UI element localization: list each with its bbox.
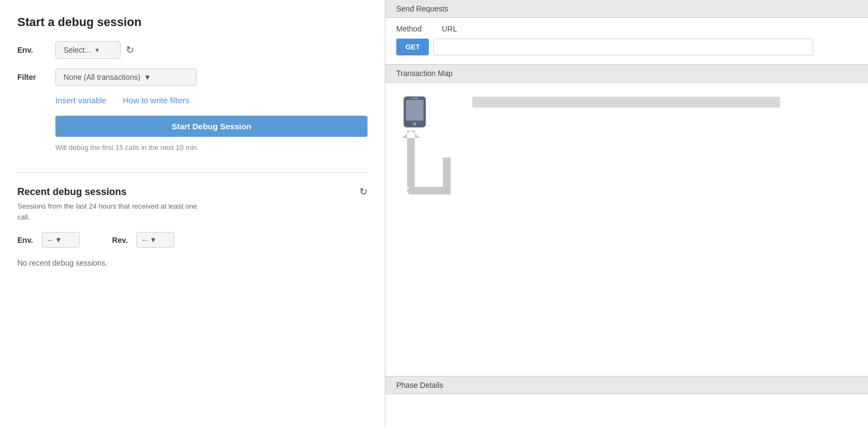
- left-panel: Start a debug session Env. Select... ▼ ↻…: [0, 0, 385, 427]
- transaction-bar: [472, 97, 780, 108]
- url-col-header: URL: [442, 24, 457, 33]
- refresh-icon[interactable]: ↻: [126, 44, 134, 56]
- filter-select-value: None (All transactions): [64, 73, 141, 81]
- method-url-inputs: GET: [396, 39, 857, 55]
- env-filter-value: --: [48, 236, 53, 244]
- transaction-diagram: [396, 96, 461, 204]
- rev-filter-group: Rev. -- ▼: [112, 232, 175, 248]
- transaction-map-section: Transaction Map: [385, 65, 868, 376]
- phase-details-body: [385, 394, 868, 427]
- insert-variable-link[interactable]: Insert variable: [55, 96, 106, 105]
- env-select-wrapper: Select... ▼ ↻: [55, 41, 134, 59]
- transaction-arrow: [396, 130, 456, 212]
- chevron-down-icon: ▼: [55, 236, 62, 244]
- recent-refresh-icon[interactable]: ↻: [359, 186, 368, 198]
- links-row: Insert variable How to write filters: [55, 96, 368, 105]
- svg-rect-3: [411, 98, 418, 99]
- sessions-filter-row: Env. -- ▼ Rev. -- ▼: [17, 232, 368, 248]
- section-divider: [17, 172, 368, 173]
- send-requests-header: Send Requests: [385, 0, 868, 18]
- svg-rect-5: [407, 138, 415, 187]
- chevron-down-icon: ▼: [94, 47, 100, 53]
- send-requests-body: Method URL GET: [385, 18, 868, 65]
- env-row: Env. Select... ▼ ↻: [17, 41, 368, 59]
- svg-rect-7: [443, 158, 451, 194]
- phone-icon: [402, 96, 428, 134]
- filter-label: Filter: [17, 73, 55, 81]
- chevron-down-icon: ▼: [144, 73, 151, 81]
- chevron-down-icon: ▼: [150, 236, 157, 244]
- rev-filter-label: Rev.: [112, 236, 128, 244]
- rev-filter-value: --: [142, 236, 147, 244]
- debug-helper-text: Will debug the first 15 calls in the nex…: [55, 143, 368, 152]
- start-debug-session-button[interactable]: Start Debug Session: [55, 116, 368, 137]
- env-select-value: Select...: [64, 46, 91, 54]
- recent-sessions-header: Recent debug sessions ↻: [17, 186, 368, 198]
- env-label: Env.: [17, 46, 55, 54]
- env-filter-select[interactable]: -- ▼: [42, 232, 80, 248]
- env-filter-label: Env.: [17, 236, 33, 244]
- recent-sessions-title: Recent debug sessions: [17, 186, 126, 198]
- svg-marker-4: [402, 130, 420, 138]
- transaction-map-header: Transaction Map: [385, 65, 868, 83]
- svg-rect-1: [406, 100, 423, 121]
- phase-details-section: Phase Details: [385, 376, 868, 427]
- phase-details-header: Phase Details: [385, 376, 868, 394]
- recent-sessions-desc: Sessions from the last 24 hours that rec…: [17, 201, 368, 222]
- method-url-headers: Method URL: [396, 24, 857, 33]
- transaction-bar-area: [472, 97, 857, 108]
- get-method-button[interactable]: GET: [396, 39, 429, 55]
- rev-filter-select[interactable]: -- ▼: [136, 232, 174, 248]
- transaction-map-body: [385, 83, 868, 376]
- send-requests-section: Send Requests Method URL GET: [385, 0, 868, 65]
- page-title: Start a debug session: [17, 15, 368, 29]
- url-input[interactable]: [433, 39, 813, 55]
- env-select[interactable]: Select... ▼: [55, 41, 121, 59]
- no-sessions-text: No recent debug sessions.: [17, 259, 368, 267]
- env-filter-group: Env. -- ▼: [17, 232, 80, 248]
- method-col-header: Method: [396, 24, 438, 33]
- right-panel: Send Requests Method URL GET Transaction…: [385, 0, 868, 427]
- filter-select[interactable]: None (All transactions) ▼: [55, 68, 197, 86]
- how-to-write-filters-link[interactable]: How to write filters: [123, 96, 189, 105]
- svg-point-2: [413, 122, 416, 125]
- filter-row: Filter None (All transactions) ▼: [17, 68, 368, 86]
